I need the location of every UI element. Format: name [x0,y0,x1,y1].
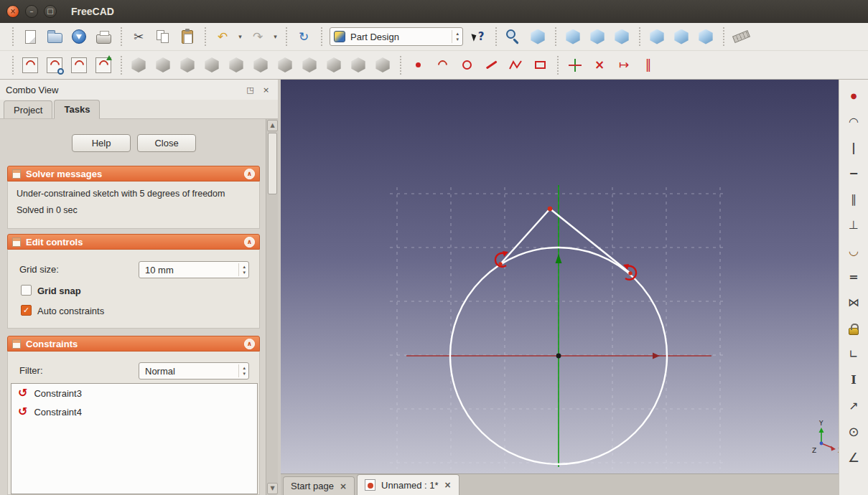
split-button[interactable]: ‖ [636,54,661,77]
auto-constraints-checkbox[interactable]: ✓ [21,305,32,316]
collapse-section-button[interactable]: ∧ [244,237,255,248]
constrain-radius-button[interactable]: ⊙ [844,423,864,441]
toolbar-grip[interactable] [284,27,289,46]
toolbar-grip[interactable] [553,27,558,46]
3d-viewport[interactable]: Y X Z [281,80,839,473]
toolbar-grip[interactable] [555,56,560,75]
filter-select[interactable]: Normal ▴▾ [139,362,249,380]
constrain-equal-button[interactable]: = [844,268,864,286]
collapse-section-button[interactable]: ∧ [244,339,255,349]
rear-view-button[interactable] [645,25,669,48]
pocket-button[interactable] [151,54,175,77]
constraints-header[interactable]: Constraints ∧ [7,336,260,352]
help-button[interactable]: Help [72,134,131,152]
sketch-vertex-left[interactable] [498,262,502,265]
toolbar-grip[interactable] [637,27,642,46]
groove-button[interactable] [200,54,224,77]
print-button[interactable] [91,25,116,48]
view-sketch-button[interactable] [42,54,67,77]
constrain-point-on-object-button[interactable]: ◠ [844,113,864,131]
toolbar-grip[interactable] [398,56,403,75]
cut-button[interactable]: ✂ [126,25,151,48]
leave-sketch-button[interactable] [91,54,116,77]
tab-close-button[interactable]: × [340,482,347,491]
sketch-point-button[interactable] [406,54,430,77]
panel-scrollbar[interactable]: ▲ ▼ [266,119,278,495]
panel-close-button[interactable]: × [260,84,272,96]
sketch-canvas[interactable]: Y X Z [281,80,839,473]
list-item[interactable]: ↺ Constraint3 [11,384,257,402]
undo-button[interactable]: ↶ [210,25,235,48]
scrollbar-thumb[interactable] [268,133,277,194]
sketch-vertex-apex[interactable] [548,207,553,212]
constrain-vertical-distance-button[interactable]: I [844,371,864,390]
draft-button[interactable] [273,54,297,77]
extend-button[interactable]: ↦ [612,54,636,77]
grid-size-select[interactable]: 10 mm ▴▾ [139,261,249,278]
linear-pattern-button[interactable] [346,54,370,77]
new-sketch-button[interactable] [18,54,42,77]
constrain-tangent-button[interactable]: ◡ [844,242,864,260]
toolbar-grip[interactable] [493,27,498,46]
scroll-down-button[interactable]: ▼ [267,483,278,494]
redo-button[interactable]: ↷ [246,25,270,48]
toolbar-grip[interactable] [721,27,726,46]
toolbar-grip[interactable] [10,27,15,46]
thickness-button[interactable] [297,54,322,77]
constrain-perpendicular-button[interactable]: ⊥ [844,216,864,235]
tab-project[interactable]: Project [4,100,52,118]
bottom-view-button[interactable] [669,25,694,48]
polar-pattern-button[interactable] [370,54,395,77]
mirrored-button[interactable] [322,54,346,77]
list-item[interactable]: ↺ Constraint4 [11,402,257,421]
grid-snap-checkbox[interactable] [21,285,32,296]
constrain-distance-button[interactable]: ↗ [844,397,864,415]
front-view-button[interactable] [561,25,585,48]
undo-dropdown-button[interactable]: ▾ [235,25,246,48]
top-view-button[interactable] [585,25,610,48]
toolbar-grip[interactable] [202,27,207,46]
tab-tasks[interactable]: Tasks [54,100,100,119]
constrain-angle-button[interactable]: ∠ [844,448,864,467]
new-document-button[interactable] [18,25,42,48]
fit-all-button[interactable] [501,25,526,48]
close-task-button[interactable]: Close [137,134,196,152]
constrain-symmetric-button[interactable]: ⋈ [844,293,864,312]
collapse-section-button[interactable]: ∧ [244,169,255,179]
constrain-block-button[interactable]: ∟ [844,345,864,364]
toolbar-grip[interactable] [118,56,123,75]
open-button[interactable] [42,25,67,48]
constrain-lock-button[interactable] [844,319,864,338]
trim-button[interactable]: × [587,54,612,77]
workbench-selector[interactable]: Part Design ▴▾ [330,27,463,46]
tab-start-page[interactable]: Start page × [283,476,355,495]
toolbar-grip[interactable] [319,27,324,46]
axonometric-view-button[interactable] [526,25,550,48]
sketch-circle-button[interactable] [454,54,479,77]
window-maximize-button[interactable]: □ [44,5,57,18]
window-minimize-button[interactable]: – [25,5,38,18]
revolution-button[interactable] [175,54,200,77]
tab-unnamed-document[interactable]: Unnamed : 1* × [357,474,459,495]
sketch-line-button[interactable] [479,54,503,77]
whats-this-button[interactable]: ? [466,25,490,48]
sketch-rectangle-button[interactable] [528,54,552,77]
constrain-horizontal-button[interactable]: − [844,164,864,183]
sketch-line-right[interactable] [550,209,630,273]
right-view-button[interactable] [610,25,634,48]
solver-messages-header[interactable]: Solver messages ∧ [7,166,260,182]
copy-button[interactable] [151,25,175,48]
paste-button[interactable] [175,25,200,48]
pad-button[interactable] [126,54,151,77]
toolbar-grip[interactable] [118,27,123,46]
fillet-button[interactable] [224,54,248,77]
coordinate-button[interactable] [563,54,587,77]
window-close-button[interactable]: × [6,5,19,18]
constrain-coincident-button[interactable]: ● [844,87,864,105]
panel-float-button[interactable]: ◳ [244,84,256,96]
sketch-arc-button[interactable] [430,54,454,77]
map-sketch-button[interactable] [67,54,91,77]
left-view-button[interactable] [694,25,718,48]
sketch-line-left[interactable] [500,209,550,264]
edit-controls-header[interactable]: Edit controls ∧ [7,234,260,250]
